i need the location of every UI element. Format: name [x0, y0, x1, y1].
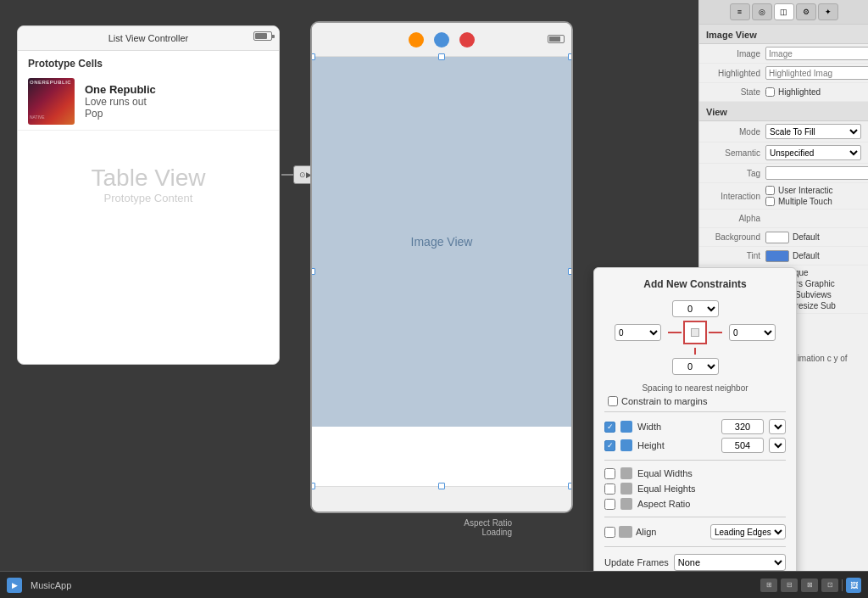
inspector-state-checkbox[interactable]: [765, 87, 775, 97]
device-battery: [548, 35, 565, 43]
aspect-ratio-row: Aspect Ratio: [604, 496, 786, 511]
table-view-area: Table View Prototype Content: [18, 131, 279, 238]
table-view-label: Table View: [35, 165, 262, 192]
equal-heights-label: Equal Heights: [637, 483, 786, 494]
inspector-interaction-row: Interaction User Interactic Multiple Tou…: [699, 183, 868, 210]
user-interaction-row: User Interactic: [765, 186, 832, 195]
user-interaction-checkbox[interactable]: [765, 186, 775, 195]
inspector-tabs: ≡ ◎ ◫ ⚙ ✦: [699, 0, 868, 25]
inspector-background-row: Background Default: [699, 228, 868, 247]
bottom-bar: ▶ MusicApp ⊞ ⊟ ⊠ ⊡ 🖼: [0, 571, 868, 598]
align-select[interactable]: Leading Edges: [710, 524, 786, 539]
device-status-icon-blue: [434, 32, 449, 48]
multiple-touch-checkbox[interactable]: [765, 197, 775, 206]
v-line: [694, 348, 696, 355]
equal-widths-checkbox[interactable]: [604, 468, 615, 479]
cell-artist: One Republic: [85, 83, 156, 96]
tint-color-swatch[interactable]: [765, 250, 789, 262]
inspector-semantic-row: Semantic Unspecified: [699, 143, 868, 164]
bottom-tool-3[interactable]: ⊠: [801, 578, 818, 592]
inspector-tag-input[interactable]: [765, 166, 868, 180]
height-dropdown[interactable]: [769, 438, 786, 453]
inspector-interaction-label: Interaction: [706, 192, 765, 201]
inspector-tag-label: Tag: [706, 169, 765, 178]
update-frames-label: Update Frames: [604, 557, 669, 567]
bottom-tool-1[interactable]: ⊞: [760, 578, 777, 592]
inspector-state-checkbox-label: Highlighted: [778, 87, 821, 97]
constraint-right-input[interactable]: 0: [729, 324, 776, 341]
inspector-image-input[interactable]: [765, 47, 868, 60]
update-frames-row: Update Frames None: [604, 552, 786, 571]
device-status-icon-orange: [409, 32, 424, 48]
constraint-spacing-grid: 0 0 0: [604, 299, 786, 377]
multiple-touch-label: Multiple Touch: [778, 197, 832, 206]
prototype-cells-label: Prototype Cells: [18, 51, 279, 73]
inspector-image-view-section: Image View: [699, 25, 868, 44]
height-icon: [620, 439, 632, 451]
equal-widths-icon: [620, 467, 632, 479]
background-color-swatch[interactable]: [765, 232, 789, 243]
inspector-tab-4[interactable]: ⚙: [796, 3, 816, 20]
constraint-bottom-input[interactable]: 0: [672, 358, 719, 375]
constraint-bottom-input-row: 0: [672, 358, 719, 375]
loading-text: Loading: [464, 528, 512, 537]
equal-heights-icon: [620, 483, 632, 495]
inspector-tab-3[interactable]: ◫: [774, 3, 794, 20]
bottom-app-icon: ▶: [7, 578, 22, 593]
constraint-top-input[interactable]: 0: [672, 300, 719, 317]
inspector-interaction-checkboxes: User Interactic Multiple Touch: [765, 186, 832, 206]
width-dropdown[interactable]: [769, 419, 786, 434]
bottom-right-icons: ⊞ ⊟ ⊠ ⊡ 🖼: [760, 578, 861, 593]
constraint-top-row: 0: [672, 300, 719, 317]
constraint-width-row: ✓ Width: [604, 417, 786, 436]
constraint-center-box: [683, 321, 707, 344]
inspector-mode-select[interactable]: Scale To Fill: [765, 124, 861, 139]
aspect-ratio-checkbox[interactable]: [604, 499, 615, 510]
inspector-highlighted-input[interactable]: [765, 66, 868, 80]
inspector-tint-row: Tint Default: [699, 247, 868, 265]
separator-3: [604, 517, 786, 517]
align-checkbox[interactable]: [604, 527, 615, 538]
bottom-tool-4[interactable]: ⊡: [821, 578, 838, 592]
inspector-tab-5[interactable]: ✦: [818, 3, 838, 20]
constraint-dialog: Add New Constraints 0 0: [593, 267, 797, 571]
constraint-dialog-title: Add New Constraints: [604, 278, 786, 290]
device-frame-wrapper: Image View: [310, 21, 573, 513]
device-image-area: Image View: [312, 57, 571, 486]
constrain-margins-label: Constrain to margins: [621, 396, 708, 406]
device-top-bar: [312, 23, 571, 57]
inspector-highlighted-row: Highlighted: [699, 64, 868, 83]
aspect-ratio-label: Aspect Ratio: [637, 499, 786, 509]
inspector-tab-1[interactable]: ≡: [730, 3, 750, 20]
height-checkbox[interactable]: ✓: [604, 440, 615, 451]
inspector-tab-2[interactable]: ◎: [752, 3, 772, 20]
aspect-ratio-icon: [620, 498, 632, 510]
constraint-left-input[interactable]: 0: [615, 324, 661, 341]
prototype-content-label: Prototype Content: [35, 192, 262, 204]
user-interaction-label: User Interactic: [778, 186, 832, 195]
list-view-title: List View Controller: [18, 26, 279, 51]
inspector-mode-row: Mode Scale To Fill: [699, 121, 868, 143]
width-checkbox[interactable]: ✓: [604, 422, 615, 433]
inspector-image-row: Image: [699, 44, 868, 64]
equal-heights-checkbox[interactable]: [604, 483, 615, 495]
bottom-tool-2[interactable]: ⊟: [781, 578, 798, 592]
update-frames-select[interactable]: None: [674, 554, 786, 571]
aspect-ratio-text: Aspect Ratio: [464, 518, 512, 528]
device-image-view: Image View: [312, 57, 571, 427]
constrain-margins-row: Constrain to margins: [604, 396, 786, 406]
inspector-view-section: View: [699, 102, 868, 121]
width-icon: [620, 421, 632, 433]
inspector-mode-label: Mode: [706, 127, 765, 137]
constraint-middle-row: 0 0: [615, 321, 776, 344]
constrain-margins-checkbox[interactable]: [608, 396, 618, 406]
inspector-semantic-select[interactable]: Unspecified: [765, 145, 861, 160]
inspector-tint-value: Default: [793, 251, 861, 260]
inspector-alpha-label: Alpha: [706, 214, 765, 223]
align-label: Align: [636, 527, 707, 537]
width-value-input[interactable]: [721, 419, 764, 434]
device-frame: Image View: [310, 21, 573, 513]
height-value-input[interactable]: [721, 438, 764, 453]
inspector-semantic-label: Semantic: [706, 148, 765, 158]
spacing-label: Spacing to nearest neighbor: [604, 383, 786, 393]
